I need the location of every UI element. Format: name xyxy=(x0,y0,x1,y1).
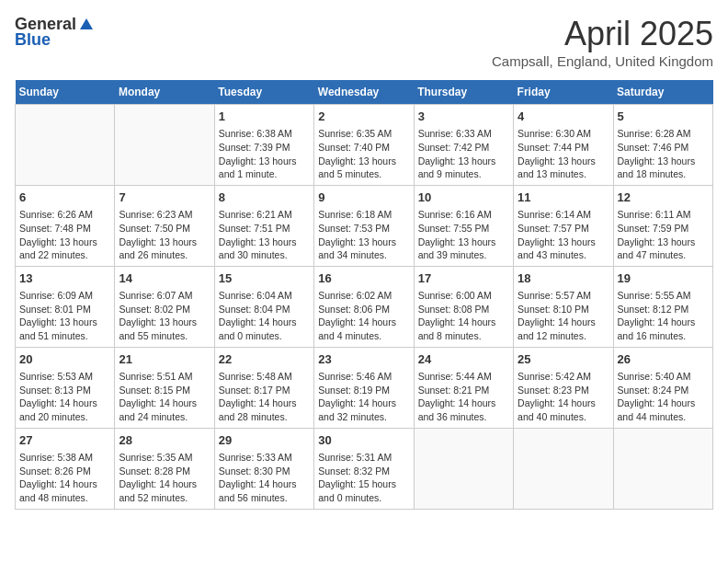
day-number: 26 xyxy=(618,351,709,368)
day-cell: 22Sunrise: 5:48 AMSunset: 8:17 PMDayligh… xyxy=(214,347,313,428)
day-info: Daylight: 13 hours and 43 minutes. xyxy=(518,236,609,262)
day-info: Sunset: 7:57 PM xyxy=(518,222,609,236)
day-info: Daylight: 14 hours and 56 minutes. xyxy=(219,477,310,504)
day-number: 17 xyxy=(418,270,509,287)
day-info: Sunrise: 6:02 AM xyxy=(318,289,409,303)
day-info: Sunset: 8:04 PM xyxy=(219,303,310,316)
day-cell: 30Sunrise: 5:31 AMSunset: 8:32 PMDayligh… xyxy=(314,428,414,509)
day-cell: 24Sunrise: 5:44 AMSunset: 8:21 PMDayligh… xyxy=(414,347,513,428)
header-cell-monday: Monday xyxy=(115,80,214,105)
day-info: Sunrise: 5:44 AM xyxy=(418,370,509,384)
day-number: 15 xyxy=(219,270,310,287)
day-info: Sunrise: 5:46 AM xyxy=(318,370,409,384)
day-cell: 15Sunrise: 6:04 AMSunset: 8:04 PMDayligh… xyxy=(214,266,313,347)
day-number: 25 xyxy=(518,351,609,368)
logo-blue-text: Blue xyxy=(15,30,51,50)
week-row-4: 27Sunrise: 5:38 AMSunset: 8:26 PMDayligh… xyxy=(16,428,713,509)
day-info: Sunrise: 6:35 AM xyxy=(318,127,409,141)
calendar-header: SundayMondayTuesdayWednesdayThursdayFrid… xyxy=(16,80,713,105)
day-info: Sunset: 7:59 PM xyxy=(618,222,709,236)
day-info: Sunrise: 6:00 AM xyxy=(418,289,509,303)
day-info: Daylight: 13 hours and 34 minutes. xyxy=(318,236,409,262)
day-info: Sunset: 8:02 PM xyxy=(119,303,210,316)
day-cell: 21Sunrise: 5:51 AMSunset: 8:15 PMDayligh… xyxy=(115,347,214,428)
day-number: 20 xyxy=(19,351,110,368)
day-info: Sunrise: 5:35 AM xyxy=(119,451,210,465)
day-info: Daylight: 13 hours and 26 minutes. xyxy=(119,236,210,262)
day-info: Sunrise: 6:21 AM xyxy=(219,208,310,222)
header-cell-wednesday: Wednesday xyxy=(314,80,414,105)
day-info: Daylight: 13 hours and 55 minutes. xyxy=(119,316,210,342)
day-info: Sunset: 8:01 PM xyxy=(19,303,110,316)
day-info: Daylight: 14 hours and 16 minutes. xyxy=(618,316,709,342)
day-number: 28 xyxy=(119,432,210,449)
day-info: Sunrise: 6:11 AM xyxy=(618,208,709,222)
day-number: 24 xyxy=(418,351,509,368)
header-cell-saturday: Saturday xyxy=(613,80,712,105)
day-info: Sunset: 8:15 PM xyxy=(119,384,210,397)
day-number: 4 xyxy=(518,109,609,125)
logo-icon xyxy=(78,17,95,33)
day-info: Daylight: 14 hours and 12 minutes. xyxy=(518,316,609,342)
day-number: 23 xyxy=(318,351,409,368)
day-cell: 4Sunrise: 6:30 AMSunset: 7:44 PMDaylight… xyxy=(514,105,613,186)
day-cell xyxy=(414,428,513,509)
day-info: Sunset: 7:42 PM xyxy=(418,141,509,155)
day-info: Daylight: 13 hours and 39 minutes. xyxy=(418,236,509,262)
day-number: 27 xyxy=(19,432,110,449)
day-info: Sunrise: 6:26 AM xyxy=(19,208,110,222)
day-cell: 1Sunrise: 6:38 AMSunset: 7:39 PMDaylight… xyxy=(214,105,313,186)
day-info: Daylight: 15 hours and 0 minutes. xyxy=(318,477,409,504)
day-info: Sunrise: 6:04 AM xyxy=(219,289,310,303)
day-cell: 28Sunrise: 5:35 AMSunset: 8:28 PMDayligh… xyxy=(115,428,214,509)
page-header: General Blue April 2025 Campsall, Englan… xyxy=(15,15,713,69)
day-cell: 14Sunrise: 6:07 AMSunset: 8:02 PMDayligh… xyxy=(115,266,214,347)
day-number: 11 xyxy=(518,190,609,206)
day-number: 18 xyxy=(518,270,609,287)
day-number: 13 xyxy=(19,270,110,287)
day-info: Sunset: 8:08 PM xyxy=(418,303,509,316)
day-info: Sunset: 7:50 PM xyxy=(119,222,210,236)
day-info: Sunrise: 6:16 AM xyxy=(418,208,509,222)
day-info: Daylight: 13 hours and 13 minutes. xyxy=(518,155,609,181)
day-info: Daylight: 14 hours and 20 minutes. xyxy=(19,396,110,423)
day-cell xyxy=(16,105,115,186)
day-info: Sunrise: 5:40 AM xyxy=(618,370,709,384)
day-cell xyxy=(514,428,613,509)
day-cell: 9Sunrise: 6:18 AMSunset: 7:53 PMDaylight… xyxy=(314,185,414,266)
day-info: Sunrise: 6:07 AM xyxy=(119,289,210,303)
title-block: April 2025 Campsall, England, United Kin… xyxy=(492,15,713,69)
day-cell: 12Sunrise: 6:11 AMSunset: 7:59 PMDayligh… xyxy=(613,185,712,266)
day-info: Sunset: 7:46 PM xyxy=(618,141,709,155)
day-number: 22 xyxy=(219,351,310,368)
day-number: 12 xyxy=(618,190,709,206)
day-info: Sunrise: 6:14 AM xyxy=(518,208,609,222)
day-cell: 17Sunrise: 6:00 AMSunset: 8:08 PMDayligh… xyxy=(414,266,513,347)
day-info: Sunset: 8:24 PM xyxy=(618,384,709,397)
day-info: Daylight: 13 hours and 51 minutes. xyxy=(19,316,110,342)
week-row-3: 20Sunrise: 5:53 AMSunset: 8:13 PMDayligh… xyxy=(16,347,713,428)
day-number: 16 xyxy=(318,270,409,287)
day-info: Sunrise: 5:38 AM xyxy=(19,451,110,465)
day-info: Sunset: 7:51 PM xyxy=(219,222,310,236)
day-info: Sunrise: 6:18 AM xyxy=(318,208,409,222)
day-info: Daylight: 14 hours and 0 minutes. xyxy=(219,316,310,342)
week-row-2: 13Sunrise: 6:09 AMSunset: 8:01 PMDayligh… xyxy=(16,266,713,347)
day-info: Daylight: 14 hours and 36 minutes. xyxy=(418,396,509,423)
day-info: Daylight: 13 hours and 1 minute. xyxy=(219,155,310,181)
day-number: 3 xyxy=(418,109,509,125)
day-number: 8 xyxy=(219,190,310,206)
day-info: Sunset: 8:26 PM xyxy=(19,465,110,478)
day-number: 6 xyxy=(19,190,110,206)
day-info: Sunrise: 5:55 AM xyxy=(618,289,709,303)
day-info: Sunset: 8:12 PM xyxy=(618,303,709,316)
day-info: Sunrise: 5:31 AM xyxy=(318,451,409,465)
day-info: Sunrise: 6:30 AM xyxy=(518,127,609,141)
day-cell: 5Sunrise: 6:28 AMSunset: 7:46 PMDaylight… xyxy=(613,105,712,186)
header-cell-friday: Friday xyxy=(514,80,613,105)
day-info: Daylight: 13 hours and 9 minutes. xyxy=(418,155,509,181)
week-row-1: 6Sunrise: 6:26 AMSunset: 7:48 PMDaylight… xyxy=(16,185,713,266)
subtitle: Campsall, England, United Kingdom xyxy=(492,53,713,69)
day-number: 21 xyxy=(119,351,210,368)
week-row-0: 1Sunrise: 6:38 AMSunset: 7:39 PMDaylight… xyxy=(16,105,713,186)
